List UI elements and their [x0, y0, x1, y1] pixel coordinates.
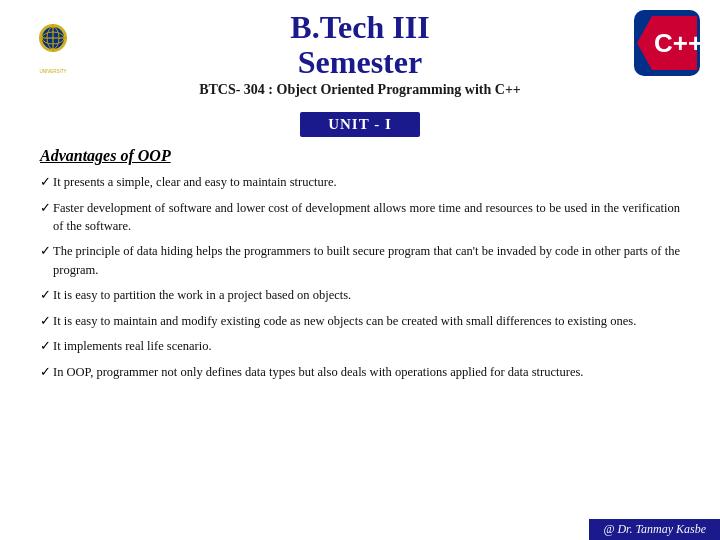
bullet-item-2: ✓ Faster development of software and low…: [40, 199, 680, 235]
main-content: Advantages of OOP ✓ It presents a simple…: [0, 143, 720, 393]
bullet-item-7: ✓ In OOP, programmer not only defines da…: [40, 363, 680, 382]
bullet-text-7: In OOP, programmer not only defines data…: [53, 363, 680, 381]
unit-badge-container: UNIT - I: [0, 112, 720, 137]
page: ORIENTAL UNIVERSITY B.Tech III Semester …: [0, 0, 720, 540]
bullet-text-4: It is easy to partition the work in a pr…: [53, 286, 680, 304]
bullet-text-5: It is easy to maintain and modify existi…: [53, 312, 680, 330]
checkmark-2: ✓: [40, 199, 51, 218]
bullet-item-5: ✓ It is easy to maintain and modify exis…: [40, 312, 680, 331]
bullet-text-3: The principle of data hiding helps the p…: [53, 242, 680, 278]
checkmark-7: ✓: [40, 363, 51, 382]
checkmark-6: ✓: [40, 337, 51, 356]
bullet-item-4: ✓ It is easy to partition the work in a …: [40, 286, 680, 305]
page-title-line1: B.Tech III Semester: [199, 10, 521, 80]
section-title: Advantages of OOP: [40, 147, 680, 165]
logo-right: C++: [632, 8, 702, 78]
footer: @ Dr. Tanmay Kasbe: [589, 519, 720, 540]
logo-left: ORIENTAL UNIVERSITY: [18, 8, 88, 78]
bullet-item-1: ✓ It presents a simple, clear and easy t…: [40, 173, 680, 192]
course-subtitle: BTCS- 304 : Object Oriented Programming …: [199, 82, 521, 98]
checkmark-3: ✓: [40, 242, 51, 261]
unit-badge: UNIT - I: [300, 112, 420, 137]
checkmark-1: ✓: [40, 173, 51, 192]
checkmark-5: ✓: [40, 312, 51, 331]
bullet-item-6: ✓ It implements real life scenario.: [40, 337, 680, 356]
svg-text:ORIENTAL: ORIENTAL: [39, 61, 67, 67]
svg-text:UNIVERSITY: UNIVERSITY: [39, 69, 66, 74]
checkmark-4: ✓: [40, 286, 51, 305]
header: ORIENTAL UNIVERSITY B.Tech III Semester …: [0, 0, 720, 104]
bullet-item-3: ✓ The principle of data hiding helps the…: [40, 242, 680, 278]
footer-text: @ Dr. Tanmay Kasbe: [603, 522, 706, 536]
svg-text:C++: C++: [654, 28, 702, 58]
bullet-text-6: It implements real life scenario.: [53, 337, 680, 355]
header-center: B.Tech III Semester BTCS- 304 : Object O…: [199, 10, 521, 98]
bullet-text-1: It presents a simple, clear and easy to …: [53, 173, 680, 191]
bullet-text-2: Faster development of software and lower…: [53, 199, 680, 235]
